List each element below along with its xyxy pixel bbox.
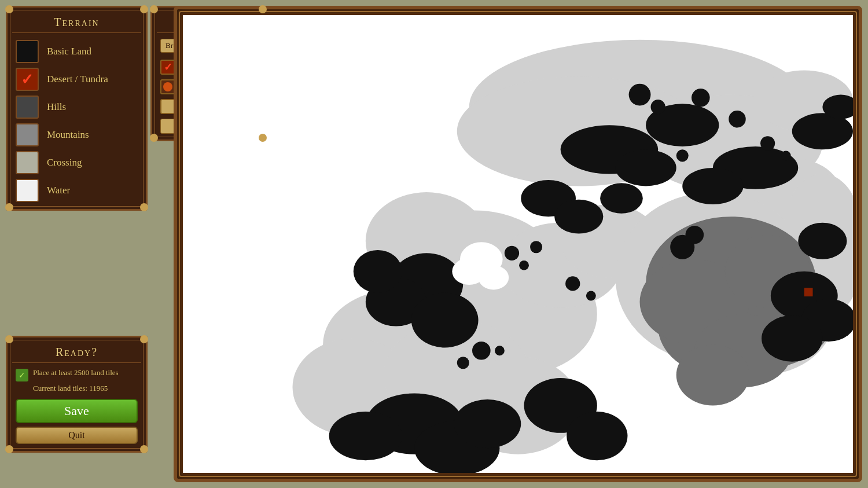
svg-point-66 — [692, 89, 710, 107]
corner-decoration — [150, 134, 158, 142]
svg-point-64 — [629, 84, 651, 106]
svg-point-50 — [505, 246, 519, 260]
corner-decoration — [259, 5, 267, 13]
terrain-item-basic-land[interactable]: Basic Land — [8, 38, 146, 65]
svg-point-68 — [760, 136, 775, 151]
terrain-label-water: Water — [47, 185, 70, 196]
ready-requirement-text: Place at least 2500 land tiles — [33, 368, 119, 378]
ready-requirement-row: ✓ Place at least 2500 land tiles — [16, 368, 138, 381]
ready-check-icon: ✓ — [16, 369, 28, 381]
svg-point-28 — [615, 149, 676, 186]
terrain-swatch-crossing — [16, 151, 39, 174]
svg-point-52 — [530, 241, 542, 253]
svg-point-36 — [354, 250, 402, 293]
terrain-swatch-hills — [16, 96, 39, 119]
svg-point-55 — [495, 346, 505, 355]
corner-decoration — [140, 445, 148, 453]
terrain-swatch-desert-tundra — [16, 68, 39, 91]
svg-point-30 — [682, 168, 743, 204]
svg-point-53 — [472, 342, 491, 360]
corner-decoration — [5, 335, 13, 343]
terrain-item-crossing[interactable]: Crossing — [8, 149, 146, 177]
ready-panel: Ready? ✓ Place at least 2500 land tiles … — [6, 336, 148, 453]
terrain-swatch-water — [16, 179, 39, 202]
terrain-label-desert-tundra: Desert / Tundra — [47, 74, 108, 85]
svg-point-38 — [329, 412, 402, 460]
corner-decoration — [5, 445, 13, 453]
svg-point-48 — [554, 200, 603, 234]
corner-decoration — [5, 5, 13, 13]
svg-point-51 — [519, 260, 529, 270]
map-frame — [174, 6, 862, 482]
svg-point-57 — [586, 291, 596, 301]
svg-point-46 — [798, 223, 847, 259]
terrain-label-hills: Hills — [47, 101, 66, 113]
terrain-label-mountains: Mountains — [47, 129, 89, 141]
save-button[interactable]: Save — [16, 399, 138, 423]
corner-decoration — [140, 5, 148, 13]
svg-point-67 — [676, 149, 689, 162]
svg-rect-63 — [804, 288, 813, 296]
corner-decoration — [140, 335, 148, 343]
svg-point-62 — [479, 265, 509, 289]
svg-point-54 — [457, 357, 469, 369]
terrain-panel-title: Terrain — [12, 11, 141, 33]
corner-decoration — [5, 203, 13, 211]
terrain-swatch-mountains — [16, 123, 39, 146]
terrain-item-water[interactable]: Water — [8, 177, 146, 204]
svg-point-69 — [781, 151, 791, 160]
svg-point-70 — [729, 111, 745, 127]
svg-point-59 — [686, 226, 704, 244]
svg-point-40 — [454, 399, 521, 448]
terrain-label-basic-land: Basic Land — [47, 46, 91, 57]
corner-decoration — [259, 134, 267, 142]
svg-point-56 — [565, 276, 580, 291]
svg-point-35 — [411, 293, 479, 348]
ready-panel-title: Ready? — [12, 341, 141, 363]
terrain-item-desert-tundra[interactable]: Desert / Tundra — [8, 65, 146, 93]
quit-button[interactable]: Quit — [16, 427, 138, 444]
terrain-label-crossing: Crossing — [47, 157, 82, 168]
svg-point-25 — [676, 344, 749, 405]
map-svg[interactable] — [183, 15, 853, 473]
terrain-swatch-basic-land — [16, 40, 39, 63]
svg-point-42 — [567, 412, 627, 460]
svg-point-65 — [650, 100, 665, 114]
terrain-item-hills[interactable]: Hills — [8, 93, 146, 121]
terrain-item-mountains[interactable]: Mountains — [8, 121, 146, 149]
map-canvas[interactable] — [183, 15, 853, 473]
corner-decoration — [140, 203, 148, 211]
corner-decoration — [150, 5, 158, 13]
svg-point-49 — [600, 183, 643, 214]
terrain-panel: Terrain Basic Land Desert / Tundra Hills… — [6, 6, 148, 211]
svg-point-45 — [762, 315, 822, 362]
ready-current-text: Current land tiles: 11965 — [16, 384, 138, 393]
